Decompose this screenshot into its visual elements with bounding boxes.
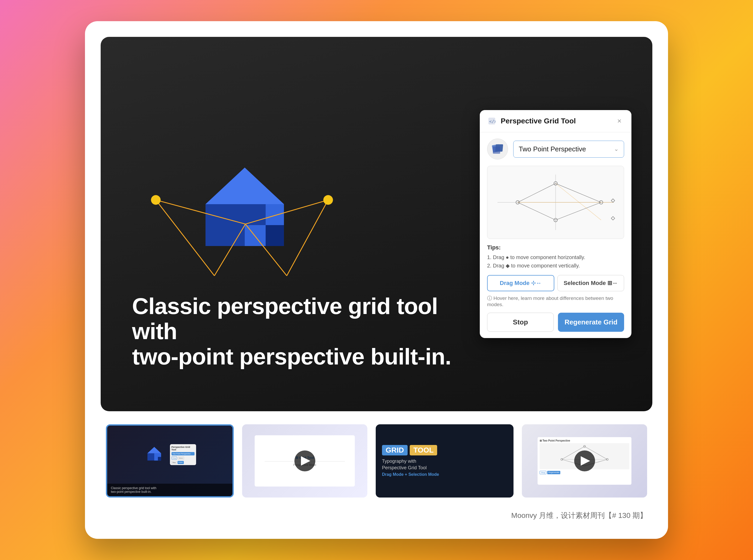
grid-tool-panel: </> Perspective Grid Tool × [480, 110, 631, 338]
perspective-dropdown[interactable]: Two Point Perspective ⌄ [513, 141, 624, 158]
tips-section: Tips: 1. Drag ● to move component horizo… [487, 244, 624, 270]
thumb3-tool-label: TOOL [410, 445, 437, 456]
hero-headline: Classic perspective grid tool with two-p… [132, 294, 459, 369]
svg-marker-37 [158, 457, 161, 461]
svg-marker-31 [611, 199, 615, 202]
hover-hint-text: ⓘ Hover here, learn more about differenc… [487, 296, 613, 307]
footer-text: Moonvy 月维，设计素材周刊【# 130 期】 [511, 512, 647, 519]
thumbnail-1[interactable]: Perspective Grid Tool Two Point Perspect… [106, 424, 234, 498]
main-panel: Classic perspective grid tool with two-p… [101, 37, 652, 411]
hero-area: Classic perspective grid tool with two-p… [101, 37, 480, 411]
thumb1-label: Classic perspective grid tool with two-p… [107, 484, 233, 496]
svg-marker-35 [147, 447, 161, 453]
tips-line1: 1. Drag ● to move component horizontally… [487, 253, 624, 261]
outer-card: Classic perspective grid tool with two-p… [85, 21, 668, 539]
svg-point-13 [323, 195, 333, 205]
thumb4-play-button[interactable] [574, 451, 595, 472]
logo-3d [184, 152, 305, 272]
panel-icon: </> [487, 116, 496, 126]
svg-marker-2 [205, 167, 284, 204]
stop-button[interactable]: Stop [487, 313, 554, 332]
svg-line-22 [556, 183, 601, 203]
selection-mode-button[interactable]: Selection Mode ⊞↔ [557, 275, 624, 291]
thumb1-label-text2: two-point perspective built-in. [111, 490, 229, 494]
thumb2-play-button[interactable] [294, 451, 315, 472]
panel-body: Two Point Perspective ⌄ [480, 132, 631, 338]
thumbnail-4[interactable]: ⊞ Two Point Perspective [522, 424, 647, 498]
svg-marker-4 [245, 204, 266, 225]
svg-marker-5 [266, 225, 284, 246]
footer: Moonvy 月维，设计素材周刊【# 130 期】 [101, 511, 652, 523]
svg-line-24 [556, 202, 601, 220]
svg-text:</>: </> [489, 119, 496, 124]
hero-text: Classic perspective grid tool with two-p… [132, 294, 459, 369]
play-icon [301, 456, 310, 466]
tips-title: Tips: [487, 244, 624, 251]
perspective-icon [487, 139, 508, 159]
perspective-select: Two Point Perspective ⌄ [487, 139, 624, 159]
thumbnail-3[interactable]: GRID TOOL Typography with Perspective Gr… [376, 424, 514, 498]
thumb1-label-text: Classic perspective grid tool with [111, 486, 229, 490]
svg-line-21 [518, 183, 556, 203]
drag-mode-button[interactable]: Drag Mode ⊹↔ [487, 275, 554, 291]
close-button[interactable]: × [615, 116, 624, 126]
hover-hint: ⓘ Hover here, learn more about differenc… [487, 295, 624, 307]
grid-preview-box [487, 166, 624, 239]
panel-title: Perspective Grid Tool [501, 117, 611, 125]
mode-buttons: Drag Mode ⊹↔ Selection Mode ⊞↔ [487, 275, 624, 291]
svg-marker-32 [611, 217, 615, 220]
thumb3-grid-label: GRID [382, 445, 408, 456]
thumb1-top: Perspective Grid Tool Two Point Perspect… [107, 426, 233, 484]
thumb1-logo [144, 444, 165, 465]
thumb3-sub1: Typography with [382, 459, 416, 464]
thumb3-sub3: Drag Mode + Selection Mode [382, 472, 439, 477]
action-buttons: Stop Regenerate Grid [487, 313, 624, 332]
svg-line-23 [518, 202, 556, 220]
dropdown-arrow-icon: ⌄ [614, 146, 619, 153]
play-icon-2 [581, 456, 590, 466]
tips-line2: 2. Drag ◆ to move component vertically. [487, 261, 624, 270]
svg-point-12 [151, 195, 161, 205]
thumb3-sub2: Perspective Grid Tool [382, 465, 427, 471]
perspective-value: Two Point Perspective [519, 145, 586, 153]
grid-preview-svg [487, 166, 624, 239]
svg-rect-18 [493, 146, 500, 154]
panel-header: </> Perspective Grid Tool × [480, 110, 631, 132]
thumbnail-2[interactable]: ⊞ Grid Tool Perspective Mode [242, 424, 368, 498]
svg-line-26 [556, 183, 601, 220]
thumbnails-row: Perspective Grid Tool Two Point Perspect… [101, 422, 652, 500]
regenerate-button[interactable]: Regenerate Grid [558, 313, 624, 332]
